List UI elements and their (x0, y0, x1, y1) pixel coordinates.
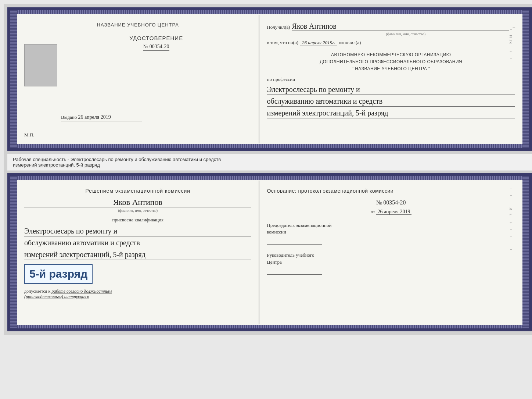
date-value: 26 апреля 2019г. (300, 40, 337, 46)
issued-label: Выдано (61, 114, 77, 120)
profession-label: по профессии (267, 76, 515, 82)
border-bottom (17, 144, 522, 148)
finished-label: окончил(а) (339, 40, 361, 46)
qual-line1: Электрослесарь по ремонту и (24, 226, 251, 236)
chairman-title: Председатель экзаменационной комиссии (267, 222, 515, 235)
border-top-bottom (17, 176, 522, 180)
qual-line2: обслуживанию автоматики и средств (24, 238, 251, 248)
spine-left-bottom (10, 176, 17, 328)
border-top (17, 10, 522, 14)
rank-badge: 5-й разряд (24, 264, 93, 284)
spine-right (522, 10, 529, 148)
date-line: в том, что он(а) 26 апреля 2019г. окончи… (267, 40, 515, 46)
photo-placeholder (24, 44, 57, 86)
protocol-date: от 26 апреля 2019 (267, 209, 515, 215)
date-from-label: от (371, 209, 375, 214)
allowed-work: работе согласно должностным (51, 289, 112, 294)
qualification-label: присвоена квалификация (24, 217, 251, 223)
director-line1: Руководитель учебного (267, 252, 314, 258)
qual-line3: измерений электростанций, 5-й разряд (24, 249, 251, 260)
org-block: АВТОНОМНУЮ НЕКОММЕРЧЕСКУЮ ОРГАНИЗАЦИЮ ДО… (267, 51, 515, 73)
org-line2: ДОПОЛНИТЕЛЬНОГО ПРОФЕССИОНАЛЬНОГО ОБРАЗО… (267, 58, 515, 65)
border-bottom-bottom (17, 325, 522, 328)
allowed-prefix: допускается к (24, 289, 50, 294)
basis-text: Основание: протокол экзаменационной коми… (267, 188, 515, 194)
profession-line3: измерений электростанций, 5-й разряд (267, 108, 515, 118)
chairman-block: Председатель экзаменационной комиссии (267, 222, 515, 245)
director-signature-line (267, 267, 322, 275)
left-top-title: НАЗВАНИЕ УЧЕБНОГО ЦЕНТРА (97, 22, 179, 28)
chairman-line1: Председатель экзаменационной (267, 222, 331, 228)
spine-right-bottom (522, 176, 529, 328)
middle-line2: измерений электростанций, 5-й разряд (13, 162, 100, 168)
doc-content-top: НАЗВАНИЕ УЧЕБНОГО ЦЕНТРА УДОСТОВЕРЕНИЕ №… (17, 15, 522, 143)
middle-text-block: Рабочая специальность - Электрослесарь п… (7, 154, 532, 171)
spine-left (10, 10, 17, 148)
bottom-certificate: Решением экзаменационной комиссии Яков А… (7, 173, 532, 331)
director-line2: Центра (267, 259, 281, 265)
received-label: Получил(а) (267, 24, 290, 30)
fio-label-bottom: (фамилия, имя, отчество) (24, 209, 251, 213)
doc-content-bottom: Решением экзаменационной комиссии Яков А… (17, 181, 522, 324)
top-left-page: НАЗВАНИЕ УЧЕБНОГО ЦЕНТРА УДОСТОВЕРЕНИЕ №… (17, 15, 259, 143)
chairman-signature-line (267, 237, 322, 245)
bottom-right-page: – – – И а ← – – – – Основание: протокол … (259, 181, 522, 324)
bottom-left-page: Решением экзаменационной комиссии Яков А… (17, 181, 259, 324)
org-line3: " НАЗВАНИЕ УЧЕБНОГО ЦЕНТРА " (267, 65, 515, 72)
decision-text: Решением экзаменационной комиссии (24, 188, 251, 194)
cert-number: № 00354-20 (143, 44, 169, 51)
profession-line1: Электрослесарь по ремонту и (267, 84, 515, 95)
doc-inner-top: НАЗВАНИЕ УЧЕБНОГО ЦЕНТРА УДОСТОВЕРЕНИЕ №… (17, 10, 522, 148)
middle-line1: Рабочая специальность - Электрослесарь п… (13, 157, 221, 162)
top-right-page: – – ИТо ← – Получил(а) Яков Антипов – (ф… (259, 15, 522, 143)
allowed-instructions: (производственным) инструкциям (24, 294, 89, 299)
rank-text: 5-й разряд (29, 268, 87, 280)
director-title: Руководитель учебного Центра (267, 252, 515, 265)
fio-label-top: (фамилия, имя, отчество) (267, 32, 515, 36)
ito-vertical-text: ИТо (509, 35, 513, 45)
recipient-line: Получил(а) Яков Антипов – (267, 22, 515, 31)
doc-inner-bottom: Решением экзаменационной комиссии Яков А… (17, 176, 522, 328)
page-wrapper: НАЗВАНИЕ УЧЕБНОГО ЦЕНТРА УДОСТОВЕРЕНИЕ №… (4, 4, 532, 335)
director-block: Руководитель учебного Центра (267, 252, 515, 274)
top-certificate: НАЗВАНИЕ УЧЕБНОГО ЦЕНТРА УДОСТОВЕРЕНИЕ №… (7, 7, 532, 151)
recipient-name: Яков Антипов (292, 22, 509, 31)
allowed-text-block: допускается к работе согласно должностны… (24, 289, 251, 300)
cert-title: УДОСТОВЕРЕНИЕ (61, 35, 251, 41)
mp-label: М.П. (24, 132, 34, 138)
chairman-line2: комиссии (267, 229, 286, 235)
profession-line2: обслуживанию автоматики и средств (267, 96, 515, 107)
date-preamble: в том, что он(а) (267, 40, 298, 46)
protocol-number: № 00354-20 (267, 199, 515, 206)
org-line1: АВТОНОМНУЮ НЕКОММЕРЧЕСКУЮ ОРГАНИЗАЦИЮ (267, 51, 515, 58)
issued-date: 26 апреля 2019 (78, 114, 111, 120)
date-from-value: 26 апреля 2019 (376, 209, 411, 215)
bottom-person-name: Яков Антипов (24, 197, 251, 207)
ito-vertical-text-bottom: И а (509, 207, 513, 217)
